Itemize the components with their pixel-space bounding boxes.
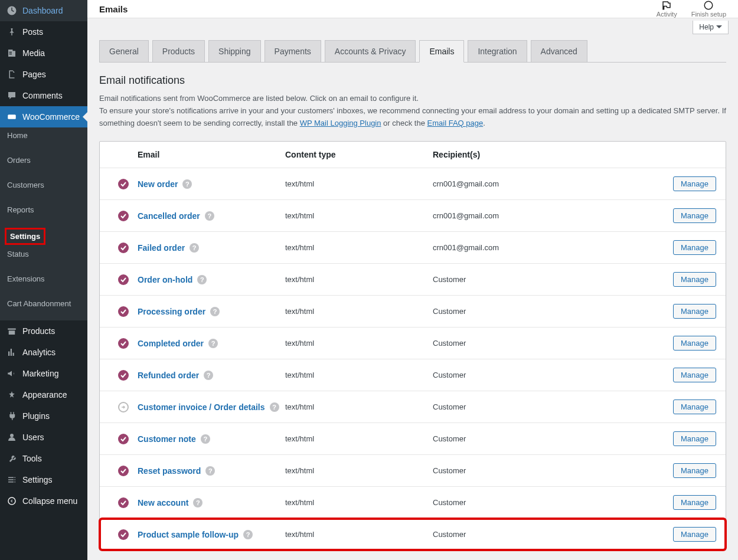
sidebar-item-plugins[interactable]: Plugins [0, 405, 87, 427]
help-label: Help [699, 23, 714, 31]
sidebar-item-label: Appearance [22, 390, 67, 399]
tab-advanced[interactable]: Advanced [531, 40, 587, 62]
sidebar-item-products[interactable]: Products [0, 320, 87, 342]
sidebar-item-comments[interactable]: Comments [0, 85, 87, 106]
table-row: Customer invoice / Order details? text/h… [100, 391, 726, 423]
content-type: text/html [285, 498, 433, 507]
header-email: Email [138, 150, 285, 159]
help-icon[interactable]: ? [204, 371, 213, 380]
table-row: New account? text/html Customer Manage [100, 487, 726, 519]
submenu-item-reports[interactable]: Reports [0, 202, 87, 218]
sidebar-item-marketing[interactable]: Marketing [0, 363, 87, 384]
sidebar-item-label: Media [22, 48, 45, 58]
manage-button[interactable]: Manage [673, 336, 716, 351]
email-name-link[interactable]: Processing order? [138, 307, 220, 316]
email-name-link[interactable]: Refunded order? [138, 371, 213, 380]
tab-payments[interactable]: Payments [264, 40, 321, 62]
status-enabled-icon [118, 211, 129, 221]
email-faq-link[interactable]: Email FAQ page [427, 119, 484, 127]
desc-line2b: or check the [381, 119, 427, 127]
manage-button[interactable]: Manage [673, 368, 716, 382]
submenu-item-cart-abandonment[interactable]: Cart Abandonment [0, 296, 87, 312]
table-row: Completed order? text/html Customer Mana… [100, 328, 726, 359]
email-name-link[interactable]: New account? [138, 498, 203, 507]
manage-button[interactable]: Manage [673, 272, 716, 287]
activity-button[interactable]: Activity [657, 0, 677, 18]
sidebar-item-label: Collapse menu [22, 496, 77, 506]
email-name-link[interactable]: Order on-hold? [138, 275, 207, 284]
sidebar-item-tools[interactable]: Tools [0, 448, 87, 469]
manage-button[interactable]: Manage [673, 495, 716, 510]
submenu-item-settings[interactable]: Settings [5, 228, 45, 245]
manage-button[interactable]: Manage [673, 399, 716, 414]
sidebar-item-posts[interactable]: Posts [0, 21, 87, 42]
content-type: text/html [285, 179, 433, 188]
desc-line1: Email notifications sent from WooCommerc… [99, 94, 419, 103]
sidebar-item-media[interactable]: Media [0, 42, 87, 64]
email-name-link[interactable]: Product sample follow-up? [138, 530, 253, 539]
help-icon[interactable]: ? [193, 498, 203, 507]
sidebar-item-analytics[interactable]: Analytics [0, 342, 87, 363]
submenu-item-orders[interactable]: Orders [0, 152, 87, 168]
sidebar-item-settings[interactable]: Settings [0, 469, 87, 490]
manage-button[interactable]: Manage [673, 431, 716, 446]
sidebar-item-label: WooCommerce [22, 112, 80, 122]
status-enabled-icon [118, 497, 129, 508]
email-name-link[interactable]: Cancelled order? [138, 211, 214, 221]
tab-emails[interactable]: Emails [419, 40, 464, 63]
manage-button[interactable]: Manage [673, 527, 716, 542]
tab-accounts-privacy[interactable]: Accounts & Privacy [325, 40, 416, 62]
email-name-link[interactable]: New order? [138, 179, 192, 189]
manage-button[interactable]: Manage [673, 240, 716, 255]
email-name-link[interactable]: Failed order? [138, 243, 199, 253]
sidebar-item-pages[interactable]: Pages [0, 64, 87, 85]
finish-setup-button[interactable]: Finish setup [691, 0, 726, 18]
submenu-item-customers[interactable]: Customers [0, 177, 87, 193]
help-icon[interactable]: ? [190, 243, 199, 253]
circle-icon [703, 0, 714, 11]
submenu-item-extensions[interactable]: Extensions [0, 271, 87, 287]
emails-table: Email Content type Recipient(s) New orde… [99, 141, 726, 551]
help-icon[interactable]: ? [205, 211, 214, 221]
email-name-link[interactable]: Customer invoice / Order details? [138, 402, 279, 412]
sidebar-item-appearance[interactable]: Appearance [0, 384, 87, 405]
help-icon[interactable]: ? [197, 275, 207, 284]
email-name-link[interactable]: Reset password? [138, 466, 215, 476]
help-icon[interactable]: ? [243, 530, 253, 539]
manage-button[interactable]: Manage [673, 208, 716, 223]
manage-button[interactable]: Manage [673, 176, 716, 191]
sidebar-item-collapse-menu[interactable]: Collapse menu [0, 490, 87, 512]
tab-integration[interactable]: Integration [468, 40, 527, 62]
media-icon [6, 47, 18, 59]
sidebar-item-dashboard[interactable]: Dashboard [0, 0, 87, 21]
email-name-link[interactable]: Customer note? [138, 434, 210, 444]
tab-general[interactable]: General [99, 40, 149, 62]
help-icon[interactable]: ? [182, 179, 192, 189]
tab-products[interactable]: Products [152, 40, 205, 62]
manage-button[interactable]: Manage [673, 463, 716, 478]
sidebar-item-label: Users [22, 433, 44, 442]
manage-button[interactable]: Manage [673, 304, 716, 319]
tab-shipping[interactable]: Shipping [208, 40, 261, 62]
appearance-icon [6, 389, 18, 401]
help-icon[interactable]: ? [201, 434, 210, 444]
help-icon[interactable]: ? [205, 466, 215, 476]
help-tab[interactable]: Help [693, 21, 729, 34]
submenu-item-home[interactable]: Home [0, 127, 87, 143]
sidebar-item-woocommerce[interactable]: WooCommerce [0, 106, 87, 127]
tools-icon [6, 453, 18, 464]
marketing-icon [6, 368, 18, 379]
status-enabled-icon [118, 338, 129, 349]
wp-mail-link[interactable]: WP Mail Logging Plugin [300, 119, 381, 127]
activity-label: Activity [657, 11, 677, 18]
help-icon[interactable]: ? [208, 339, 218, 348]
products-icon [6, 325, 18, 337]
plugins-icon [6, 410, 18, 422]
help-icon[interactable]: ? [270, 402, 279, 412]
recipients: crn001@gmail.com [433, 179, 663, 188]
email-name-link[interactable]: Completed order? [138, 339, 218, 348]
table-row: Product sample follow-up? text/html Cust… [100, 519, 726, 550]
help-icon[interactable]: ? [210, 307, 220, 316]
sidebar-item-users[interactable]: Users [0, 427, 87, 448]
submenu-item-status[interactable]: Status [0, 246, 87, 262]
